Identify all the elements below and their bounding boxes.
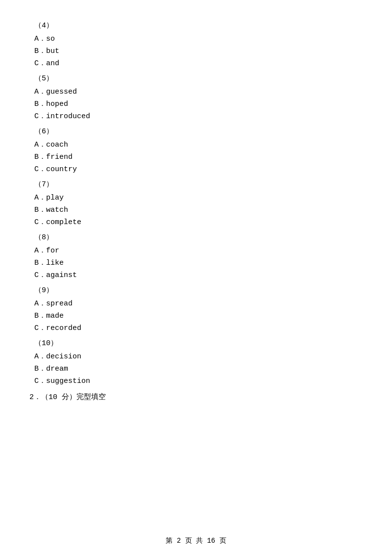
section-number-q4: （4） [34,21,363,30]
section-number-q7: （7） [34,179,363,189]
option-q5-B: B．hoped [34,99,363,108]
option-q10-B: B．dream [34,364,363,373]
option-q6-C: C．country [34,164,363,174]
section-number-q8: （8） [34,232,363,242]
option-q7-B: B．watch [34,205,363,214]
section-number-q5: （5） [34,74,363,83]
option-q4-B: B．but [34,46,363,55]
option-q10-C: C．suggestion [34,376,363,385]
option-q4-A: A．so [34,34,363,43]
option-q4-C: C．and [34,58,363,68]
page-content: （4）A．soB．butC．and（5）A．guessedB．hopedC．in… [0,0,392,431]
option-q8-A: A．for [34,246,363,255]
option-q6-A: A．coach [34,140,363,149]
option-q9-C: C．recorded [34,323,363,332]
option-q5-A: A．guessed [34,87,363,96]
option-q8-C: C．against [34,270,363,279]
option-q8-B: B．like [34,258,363,267]
section-number-q6: （6） [34,126,363,136]
page-footer: 第 2 页 共 16 页 [0,536,392,545]
option-q9-A: A．spread [34,299,363,308]
section-number-q9: （9） [34,285,363,295]
option-q5-C: C．introduced [34,111,363,121]
option-q10-A: A．decision [34,352,363,361]
option-q9-B: B．made [34,311,363,320]
option-q7-C: C．complete [34,217,363,227]
section-number-q10: （10） [34,338,363,348]
option-q7-A: A．play [34,193,363,202]
section-2-label: 2．（10 分）完型填空 [29,392,363,402]
option-q6-B: B．friend [34,152,363,161]
